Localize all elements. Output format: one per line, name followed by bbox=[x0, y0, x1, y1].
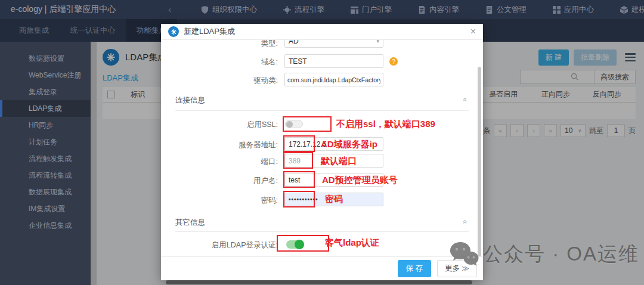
username-annotation-note: AD预控管理员账号 bbox=[322, 175, 398, 186]
close-icon[interactable]: × bbox=[470, 27, 476, 36]
port-label: 端口: bbox=[161, 157, 278, 167]
type-select[interactable]: AD ▾ bbox=[284, 40, 383, 48]
port-annotation-box bbox=[283, 152, 313, 169]
save-button[interactable]: 保 存 bbox=[398, 260, 431, 277]
domain-label: 域名: bbox=[161, 57, 278, 67]
password-annotation-box bbox=[283, 191, 315, 207]
ssl-annotation-note: 不启用ssl，默认端口389 bbox=[336, 119, 435, 130]
watermark: 公众号 · OA运维 bbox=[448, 238, 639, 269]
other-section-title: 其它信息 bbox=[175, 218, 205, 228]
dialog-title: 新建LDAP集成 bbox=[184, 26, 235, 37]
dialog-scrollbar[interactable] bbox=[478, 67, 481, 256]
driver-class-input[interactable] bbox=[284, 73, 383, 86]
horizontal-scrollbar[interactable] bbox=[166, 280, 472, 284]
help-icon[interactable]: ? bbox=[389, 57, 398, 66]
ldap-auth-annotation-note: 客气ldap认证 bbox=[325, 237, 379, 249]
domain-input[interactable] bbox=[284, 54, 383, 68]
type-label: 类型: bbox=[161, 40, 278, 49]
port-annotation-note: 默认端口 bbox=[321, 156, 357, 167]
watermark-text: 公众号 · OA运维 bbox=[483, 241, 639, 268]
ldap-auth-annotation-box bbox=[277, 235, 329, 252]
collapse-up-icon[interactable]: « bbox=[462, 98, 470, 102]
dialog-footer: 保 存 更多 ≫ bbox=[161, 256, 483, 280]
section-divider bbox=[175, 231, 469, 232]
ldap-dialog-icon bbox=[168, 26, 179, 37]
password-label: 密码: bbox=[161, 196, 278, 206]
server-annotation-box bbox=[283, 135, 315, 152]
password-annotation-note: 密码 bbox=[325, 194, 343, 205]
connection-section-title: 连接信息 bbox=[175, 95, 205, 106]
wechat-icon bbox=[448, 238, 479, 269]
new-ldap-dialog: 新建LDAP集成 × 类型: AD ▾ 域名: ? 驱动类: 连接信息 « 启用… bbox=[161, 24, 483, 280]
username-annotation-box bbox=[283, 171, 315, 188]
server-address-label: 服务器地址: bbox=[161, 140, 278, 150]
chevron-down-icon: ▾ bbox=[376, 40, 379, 44]
username-label: 用户名: bbox=[161, 176, 278, 186]
collapse-up-icon[interactable]: « bbox=[462, 220, 470, 224]
ldap-auth-label: 启用LDAP登录认证: bbox=[161, 240, 278, 250]
dialog-body: 类型: AD ▾ 域名: ? 驱动类: 连接信息 « 启用SSL: 不启用ssl… bbox=[161, 40, 483, 256]
section-divider bbox=[175, 110, 469, 111]
enable-ssl-label: 启用SSL: bbox=[161, 120, 278, 130]
ssl-annotation-box bbox=[283, 116, 332, 132]
driver-class-label: 驱动类: bbox=[161, 76, 278, 86]
server-annotation-note: AD域服务器ip bbox=[321, 139, 377, 150]
